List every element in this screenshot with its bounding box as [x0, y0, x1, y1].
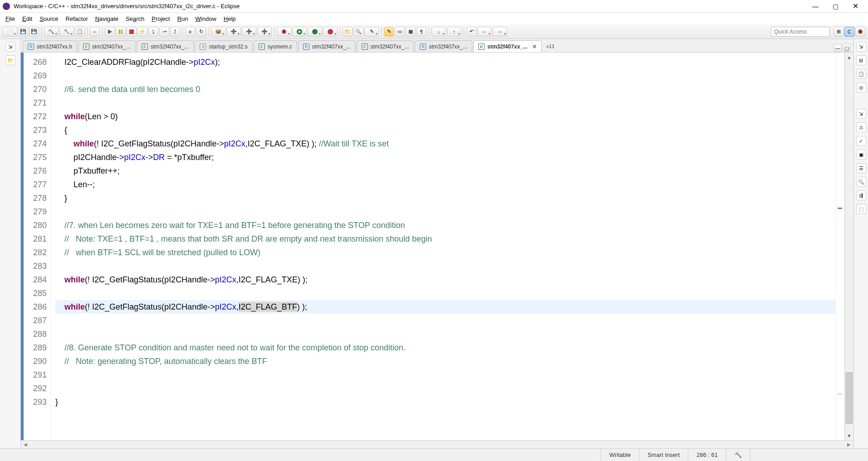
menu-window[interactable]: Window	[192, 14, 220, 24]
quick-access-input[interactable]	[771, 27, 830, 37]
code-line[interactable]: while(Len > 0)	[55, 110, 835, 123]
restore-right-icon[interactable]: ⇲	[856, 42, 866, 52]
code-line[interactable]	[55, 69, 835, 82]
editor-tab-0[interactable]: hstm32f407xx.h	[23, 40, 77, 52]
editor-tab-7[interactable]: hstm32f407xx_...	[415, 40, 472, 52]
scroll-up-icon[interactable]: ▲	[845, 53, 853, 62]
scroll-down-icon[interactable]: ▼	[845, 431, 853, 440]
project-explorer-icon[interactable]: 📁	[5, 55, 15, 65]
toggle-button[interactable]: ↔	[90, 27, 100, 37]
suspend-button[interactable]	[116, 27, 126, 37]
code-line[interactable]: //7. when Len becomes zero wait for TXE=…	[55, 218, 835, 232]
build-targets-icon[interactable]: ◎	[856, 82, 866, 92]
code-line[interactable]: //6. send the data until len becomes 0	[55, 82, 835, 96]
terminate-button[interactable]	[127, 27, 137, 37]
menu-navigate[interactable]: Navigate	[92, 14, 122, 24]
coverage-button[interactable]	[308, 27, 322, 37]
save-button[interactable]: 💾	[18, 27, 28, 37]
call-hierarchy-icon[interactable]: ⇶	[856, 190, 866, 200]
new-class-button[interactable]: ➕	[226, 27, 241, 37]
step-over-button[interactable]: ⤻	[159, 27, 169, 37]
build-button[interactable]: 🔨	[44, 27, 59, 37]
new-file-button[interactable]: ➕	[242, 27, 256, 37]
open-element-button[interactable]: 📦	[211, 27, 226, 37]
console-view-icon[interactable]: ▣	[856, 150, 866, 160]
properties-view-icon[interactable]: ☰	[856, 163, 866, 173]
minimize-editor-button[interactable]: —	[834, 44, 842, 52]
outline-view-icon[interactable]: ⊟	[856, 55, 866, 65]
code-line[interactable]: // Note: generating STOP, automatically …	[55, 354, 835, 368]
build-config-button[interactable]: 🔧	[59, 27, 74, 37]
maximize-editor-button[interactable]: ▢	[843, 44, 851, 52]
code-line[interactable]	[55, 327, 835, 341]
run-button[interactable]	[292, 27, 307, 37]
code-line[interactable]	[55, 96, 835, 110]
tasks-icon[interactable]: ✓	[856, 136, 866, 146]
code-line[interactable]	[55, 368, 835, 382]
show-whitespace-button[interactable]: ▦	[406, 27, 416, 37]
tabs-overflow-button[interactable]: »11	[543, 40, 558, 52]
scroll-thumb[interactable]	[846, 372, 853, 424]
c-perspective-button[interactable]: C	[844, 27, 854, 37]
code-content[interactable]: I2C_ClearADDRFlag(pI2CHandle->pI2Cx); //…	[51, 53, 835, 440]
code-editor[interactable]: 2682692702712722732742752762772782792802…	[21, 53, 853, 440]
instruction-step-button[interactable]: ≡	[185, 27, 195, 37]
overview-ruler[interactable]	[835, 53, 844, 440]
save-all-button[interactable]: 💾	[29, 27, 39, 37]
toggle-breadcrumb-button[interactable]: ✎	[384, 27, 394, 37]
step-into-button[interactable]: ⤵	[148, 27, 158, 37]
debug-perspective-button[interactable]: 🐞	[855, 27, 865, 37]
code-line[interactable]: pTxbuffer++;	[55, 164, 835, 178]
code-line[interactable]: Len--;	[55, 178, 835, 191]
status-build-icon[interactable]: 🔨	[726, 449, 750, 461]
prev-annotation-button[interactable]: ↑	[447, 27, 461, 37]
problems-view-icon[interactable]: ⚠	[856, 122, 866, 132]
include-browser-icon[interactable]: ⬚	[856, 204, 866, 214]
maximize-button[interactable]: ▢	[825, 0, 845, 12]
menu-run[interactable]: Run	[174, 14, 192, 24]
editor-tab-5[interactable]: hstm32f407xx_...	[298, 40, 356, 52]
open-type-button[interactable]: 📁	[343, 27, 353, 37]
code-line[interactable]	[55, 286, 835, 300]
toggle-word-wrap-button[interactable]: ¶	[417, 27, 427, 37]
scroll-right-icon[interactable]: ▶	[844, 441, 853, 448]
last-edit-button[interactable]: ↶	[466, 27, 476, 37]
code-line[interactable]: while(! I2C_GetFlagStatus(pI2CHandle->pI…	[55, 137, 835, 150]
disconnect-button[interactable]: ⚡	[137, 27, 147, 37]
code-line[interactable]: }	[55, 191, 835, 205]
editor-tab-3[interactable]: sstartup_stm32.s	[195, 40, 252, 52]
code-line[interactable]	[55, 259, 835, 273]
menu-source[interactable]: Source	[36, 14, 62, 24]
code-line[interactable]: I2C_ClearADDRFlag(pI2CHandle->pI2Cx);	[55, 55, 835, 69]
code-line[interactable]: //8. Generate STOP condition and master …	[55, 341, 835, 354]
back-button[interactable]: ←	[477, 27, 492, 37]
step-return-button[interactable]: ⤴	[170, 27, 180, 37]
toggle-block-button[interactable]: ▭	[395, 27, 405, 37]
horizontal-scrollbar[interactable]: ◀ ▶	[21, 440, 853, 448]
search-button[interactable]: 🔍	[353, 27, 363, 37]
code-line[interactable]: while(! I2C_GetFlagStatus(pI2CHandle->pI…	[55, 273, 835, 286]
editor-tab-2[interactable]: cstm32f407xx_...	[137, 40, 194, 52]
vertical-scrollbar[interactable]: ▲ ▼	[844, 53, 853, 440]
code-line[interactable]: // when BTF=1 SCL will be stretched (pul…	[55, 246, 835, 259]
menu-file[interactable]: File	[2, 14, 19, 24]
editor-tab-1[interactable]: cstm32f407xx_...	[78, 40, 136, 52]
open-perspective-button[interactable]: ⊞	[834, 27, 843, 37]
resume-button[interactable]	[105, 27, 115, 37]
debug-button[interactable]: 🐞	[277, 27, 291, 37]
editor-tab-6[interactable]: cstm32f407xx_...	[357, 40, 414, 52]
task-view-icon[interactable]: 📋	[856, 69, 866, 79]
code-line[interactable]: // Note: TXE=1 , BTF=1 , means that both…	[55, 232, 835, 246]
editor-tab-4[interactable]: csysmem.c	[254, 40, 297, 52]
code-line[interactable]: while(! I2C_GetFlagStatus(pI2CHandle->pI…	[55, 300, 835, 314]
restore-bottom-icon[interactable]: ⇲	[856, 109, 866, 119]
scroll-left-icon[interactable]: ◀	[21, 441, 30, 448]
code-line[interactable]: {	[55, 123, 835, 137]
restart-button[interactable]: ↻	[196, 27, 206, 37]
tab-close-icon[interactable]: ✕	[532, 44, 537, 50]
editor-tab-8[interactable]: cstm32f407xx_...✕	[473, 40, 542, 52]
code-line[interactable]	[55, 314, 835, 327]
code-line[interactable]: pI2CHandle->pI2Cx->DR = *pTxbuffer;	[55, 150, 835, 164]
code-line[interactable]: }	[55, 395, 835, 409]
menu-search[interactable]: Search	[122, 14, 148, 24]
